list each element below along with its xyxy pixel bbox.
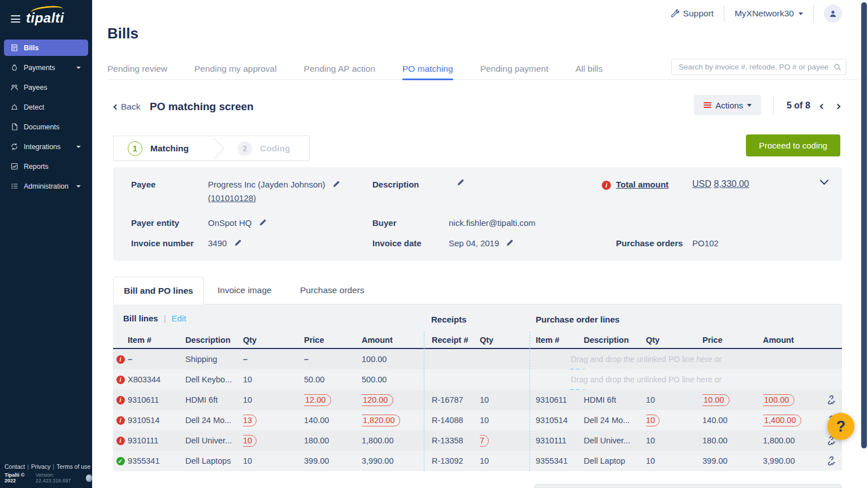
error-icon: i — [116, 355, 125, 364]
record-pager: 5 of 8 — [787, 99, 841, 112]
sidebar: tipalti Bills Payments Payees Detect — [0, 0, 92, 488]
actions-button[interactable]: Actions — [694, 95, 761, 115]
support-label: Support — [683, 8, 714, 19]
total-amount-label[interactable]: Total amount — [616, 180, 669, 189]
mismatch-badge: 1,400.00 — [763, 415, 801, 426]
actions-menu-icon — [704, 102, 711, 108]
privacy-link[interactable]: Privacy — [31, 463, 50, 470]
unlink-icon[interactable] — [819, 456, 842, 465]
tab-invoice-image[interactable]: Invoice image — [218, 285, 272, 295]
menu-hamburger-icon[interactable] — [11, 15, 20, 23]
account-menu[interactable]: MyXNetwork30 — [735, 8, 803, 19]
edit-invoice-date-icon[interactable] — [506, 239, 514, 249]
table-row[interactable]: ✓ 9355341 Dell Laptops 10 399.00 3,990.0… — [113, 451, 424, 471]
payee-id-link[interactable]: (101010128) — [208, 193, 256, 203]
table-row[interactable]: R-133587 — [424, 430, 530, 451]
table-row[interactable]: i 9310611 HDMI 6ft 10 12.00 120.00 — [113, 390, 424, 410]
po-lines-header: Item # Description Qty Price Amount — [530, 332, 842, 349]
user-avatar[interactable] — [824, 5, 842, 23]
table-row[interactable]: 9310514 Dell 24 Mo... 10 140.00 1,400.00 — [530, 410, 842, 430]
administration-icon — [10, 182, 19, 190]
po-drop-zone[interactable]: Drag and drop the unlinked PO line here … — [530, 349, 842, 369]
receipts-header: Receipt # Qty — [424, 332, 530, 349]
terms-link[interactable]: Terms of use — [57, 463, 90, 470]
tab-pending-payment[interactable]: Pending payment — [480, 58, 549, 80]
sidebar-item-detect[interactable]: Detect — [4, 99, 88, 115]
tab-all-bills[interactable]: All bills — [575, 58, 602, 80]
po-lines-title: Purchase order lines — [536, 315, 619, 324]
support-button[interactable]: Support — [670, 8, 714, 19]
step-arrow — [204, 138, 225, 159]
chevron-down-icon — [76, 146, 81, 148]
version-text: Version: 22.423.318.697 — [36, 472, 83, 483]
proceed-to-coding-button[interactable]: Proceed to coding — [746, 134, 840, 156]
sidebar-item-payments[interactable]: Payments — [4, 59, 88, 76]
table-row[interactable]: R-1309210 — [424, 451, 530, 471]
step-coding[interactable]: 2 Coding — [237, 141, 290, 156]
table-row[interactable]: i X803344 Dell Keybo... 10 50.00 500.00 — [113, 369, 424, 390]
table-row[interactable]: 9310111 Dell Univer... 10 180.00 1,800.0… — [530, 430, 842, 451]
table-row[interactable]: R-1408810 — [424, 410, 530, 430]
total-amount-error-icon[interactable]: i — [602, 180, 611, 190]
sidebar-item-bills[interactable]: Bills — [4, 40, 88, 56]
tab-bill-and-po-lines[interactable]: Bill and PO lines — [113, 277, 204, 304]
payments-icon — [10, 63, 19, 72]
invoice-number-label: Invoice number — [131, 238, 194, 248]
table-row[interactable]: R-1678710 — [424, 390, 530, 410]
purchase-orders-label: Purchase orders — [616, 238, 683, 248]
collapse-summary-chevron[interactable] — [820, 176, 829, 185]
table-row[interactable]: i – Shipping – – 100.00 — [113, 349, 424, 369]
back-button[interactable]: Back — [114, 102, 140, 112]
actions-label: Actions — [715, 101, 743, 110]
receipts-table: Receipt # Qty R-1678710 R-1408810 R-1335… — [424, 332, 530, 471]
sidebar-item-payees[interactable]: Payees — [4, 79, 88, 95]
sidebar-item-integrations[interactable]: Integrations — [4, 138, 88, 155]
edit-payer-entity-icon[interactable] — [259, 219, 267, 228]
sidebar-item-reports[interactable]: Reports — [4, 158, 88, 175]
bill-lines-header: Item # Description Qty Price Amount — [113, 332, 424, 349]
total-amount-value[interactable]: USD 8,330.00 — [692, 179, 749, 189]
tab-pending-review[interactable]: Pending review — [107, 58, 167, 80]
chevron-down-icon — [76, 185, 81, 188]
topbar-divider — [724, 5, 724, 22]
table-row[interactable]: 9355341 Dell Laptop 10 399.00 3,990.00 — [530, 451, 842, 471]
po-lines-link[interactable]: PO lines — [570, 387, 597, 390]
buyer-label: Buyer — [372, 218, 397, 228]
mismatch-badge: 12.00 — [304, 394, 331, 406]
matching-stepper: 1 Matching 2 Coding — [113, 136, 310, 161]
po-drop-zone[interactable]: Drag and drop the unlinked PO line here … — [530, 369, 842, 390]
mismatch-badge: 7 — [480, 435, 489, 447]
table-row[interactable]: 9310611 HDMI 6ft 10 10.00 100.00 — [530, 390, 842, 410]
description-label: Description — [372, 180, 419, 189]
po-lines-table: Item # Description Qty Price Amount Drag… — [530, 332, 842, 471]
pager-prev-button[interactable] — [819, 99, 826, 112]
search-icon[interactable] — [834, 63, 841, 71]
edit-invoice-number-icon[interactable] — [234, 239, 242, 249]
tab-purchase-orders[interactable]: Purchase orders — [300, 285, 364, 295]
table-row[interactable]: i 9310111 Dell Univer... 10 180.00 1,800… — [113, 430, 424, 451]
error-icon: i — [116, 396, 125, 404]
globe-icon[interactable] — [86, 474, 92, 482]
bill-po-lines-panel: Bill lines|Edit Receipts Purchase order … — [113, 304, 842, 471]
sidebar-item-administration[interactable]: Administration — [4, 178, 88, 194]
help-button[interactable]: ? — [827, 413, 854, 440]
tab-po-matching[interactable]: PO matching — [402, 58, 453, 80]
table-row[interactable]: i 9310514 Dell 24 Mo... 13 140.00 1,820.… — [113, 410, 424, 430]
search-input[interactable] — [672, 63, 834, 71]
sidebar-item-documents[interactable]: Documents — [4, 119, 88, 135]
next-section-edge — [534, 484, 842, 488]
contact-link[interactable]: Contact — [5, 463, 25, 470]
unlink-icon[interactable] — [819, 395, 842, 404]
edit-description-icon[interactable] — [457, 178, 465, 188]
success-check-icon: ✓ — [116, 457, 125, 465]
mismatch-badge: 10 — [243, 435, 257, 447]
edit-bill-lines-link[interactable]: Edit — [172, 313, 186, 323]
vertical-scrollbar[interactable] — [861, 2, 867, 448]
payee-value: Progress Inc (Jayden Johnson) — [208, 180, 340, 190]
edit-payee-icon[interactable] — [332, 180, 340, 190]
error-icon: i — [116, 376, 125, 384]
pager-next-button[interactable] — [835, 99, 841, 112]
tab-pending-ap-action[interactable]: Pending AP action — [304, 58, 375, 80]
tab-pending-my-approval[interactable]: Pending my approval — [194, 58, 277, 80]
step-matching[interactable]: 1 Matching — [114, 141, 189, 156]
